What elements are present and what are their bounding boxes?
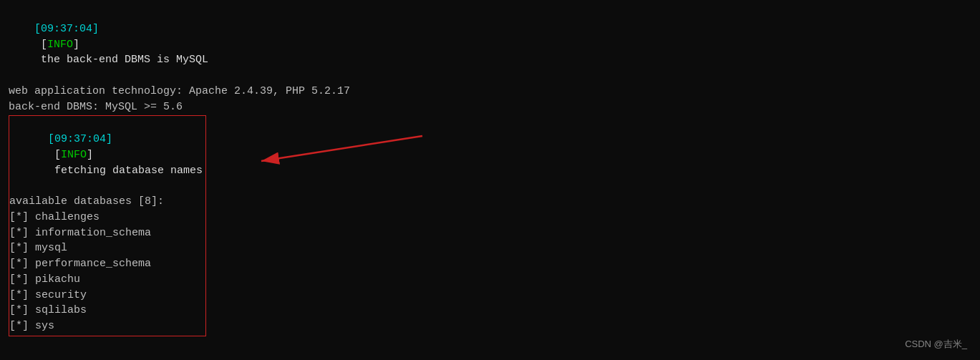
db-sys: [*] sys [9,318,203,334]
svg-line-1 [261,136,422,161]
db-mysql: [*] mysql [9,240,203,256]
db-security: [*] security [9,288,203,303]
database-list-box: [09:37:04] [INFO] fetching database name… [9,115,206,336]
log-fetched: [09:37:04] [INFO] fetched data logged to… [9,352,971,361]
db-count: available databases [8]: [9,194,203,210]
db-information-schema: [*] information_schema [9,225,203,241]
db-performance-schema: [*] performance_schema [9,256,203,272]
log-line-3: back-end DBMS: MySQL >= 5.6 [9,99,971,115]
db-sqlilabs: [*] sqlilabs [9,303,203,318]
log-line-2: web application technology: Apache 2.4.3… [9,84,971,99]
blank-1 [9,336,971,352]
db-pikachu: [*] pikachu [9,272,203,288]
db-challenges: [*] challenges [9,210,203,225]
terminal-window: [09:37:04] [INFO] the back-end DBMS is M… [0,0,980,360]
log-line-1: [09:37:04] [INFO] the back-end DBMS is M… [9,6,971,84]
log-line-4: [09:37:04] [INFO] fetching database name… [9,116,203,194]
timestamp-1: [09:37:04] [34,23,99,35]
csdn-watermark: CSDN @吉米_ [905,338,967,351]
